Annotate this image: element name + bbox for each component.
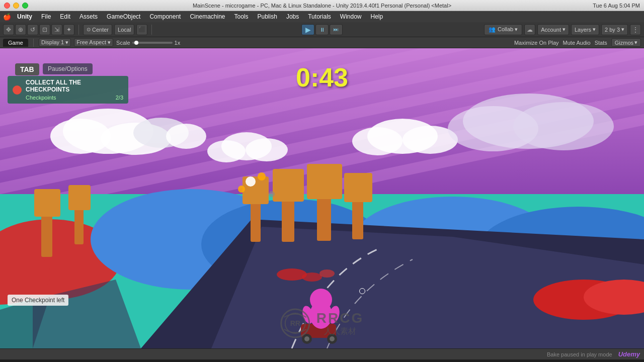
aspect-selector[interactable]: Free Aspect ▾ bbox=[74, 38, 113, 47]
play-button[interactable]: ▶ bbox=[301, 24, 314, 35]
svg-point-39 bbox=[207, 140, 246, 162]
game-viewport: 0:43 TAB Pause/Options COLLECT ALL THE C… bbox=[0, 48, 644, 348]
maximize-button[interactable] bbox=[22, 3, 28, 9]
menu-cinemachine[interactable]: Cinemachine bbox=[186, 12, 229, 21]
status-bar: Bake paused in play mode Udemy bbox=[0, 348, 644, 359]
unity-toolbar: ✥ ⊕ ↺ ⊡ ⇲ ✦ ⊙ Center Local ⬛ ▶ ⏸ ⏭ 👥 Col… bbox=[0, 22, 644, 37]
toolbar-right: 👥 Collab ▾ ☁ Account ▾ Layers ▾ 2 by 3 ▾… bbox=[484, 24, 641, 35]
svg-rect-28 bbox=[273, 169, 304, 202]
svg-text:RR: RR bbox=[290, 319, 300, 327]
menu-tools[interactable]: Tools bbox=[230, 12, 253, 21]
pivot-button[interactable]: ⊙ Center bbox=[83, 24, 112, 35]
menu-file[interactable]: File bbox=[37, 12, 55, 21]
account-chevron: ▾ bbox=[562, 26, 566, 33]
svg-point-50 bbox=[269, 191, 275, 197]
window-title: MainScene - miccrogame - PC, Mac & Linux… bbox=[193, 3, 451, 9]
menu-bar: 🍎 Unity File Edit Assets GameObject Comp… bbox=[0, 11, 644, 22]
menu-component[interactable]: Component bbox=[145, 12, 185, 21]
collab-button[interactable]: 👥 Collab ▾ bbox=[484, 24, 522, 35]
checkpoints-label: Checkpoints bbox=[26, 95, 56, 101]
game-toolbar-right: Maximize On Play Mute Audio Stats Gizmos… bbox=[514, 38, 641, 47]
more-button[interactable]: ⋮ bbox=[630, 24, 641, 35]
step-icon: ⏭ bbox=[334, 27, 339, 32]
maximize-on-play[interactable]: Maximize On Play bbox=[514, 40, 559, 46]
udemy-logo: Udemy bbox=[618, 350, 640, 358]
svg-point-47 bbox=[246, 176, 256, 187]
pause-options-button[interactable]: Pause/Options bbox=[43, 63, 93, 74]
transform-tools: ✥ ⊕ ↺ ⊡ ⇲ ✦ bbox=[3, 24, 74, 35]
svg-rect-32 bbox=[344, 173, 372, 202]
pause-button[interactable]: ⏸ bbox=[315, 24, 329, 35]
pivot-icon: ⊙ bbox=[87, 27, 91, 32]
svg-point-63 bbox=[302, 273, 322, 282]
objective-title: COLLECT ALL THE CHECKPOINTS bbox=[26, 79, 123, 93]
svg-rect-22 bbox=[34, 189, 60, 217]
scale-tool[interactable]: ⊡ bbox=[39, 24, 50, 35]
svg-point-62 bbox=[277, 268, 307, 281]
mute-audio[interactable]: Mute Audio bbox=[563, 40, 591, 46]
datetime-label: Tue 6 Aug 5:04 PM bbox=[593, 3, 640, 9]
step-button[interactable]: ⏭ bbox=[330, 24, 343, 35]
svg-point-49 bbox=[258, 172, 266, 180]
menu-unity[interactable]: Unity bbox=[13, 12, 36, 21]
separator-2 bbox=[151, 25, 152, 35]
svg-point-48 bbox=[238, 186, 245, 193]
transform-tool[interactable]: ✦ bbox=[63, 24, 74, 35]
watermark-logo: RR bbox=[280, 308, 310, 338]
svg-rect-30 bbox=[307, 164, 342, 199]
svg-rect-24 bbox=[68, 185, 91, 210]
minimize-button[interactable] bbox=[13, 3, 19, 9]
pause-icon: ⏸ bbox=[319, 27, 325, 33]
layout-button[interactable]: 2 by 3 ▾ bbox=[601, 24, 628, 35]
title-bar: MainScene - miccrogame - PC, Mac & Linux… bbox=[0, 0, 644, 11]
watermark-brand: RRCG bbox=[316, 310, 364, 326]
tab-button[interactable]: TAB bbox=[15, 63, 39, 75]
watermark-chinese: 人人素材 bbox=[324, 326, 356, 337]
svg-point-40 bbox=[246, 138, 288, 161]
title-bar-right: Tue 6 Aug 5:04 PM bbox=[593, 3, 640, 9]
layers-button[interactable]: Layers ▾ bbox=[571, 24, 599, 35]
checkpoints-progress: Checkpoints 2/3 bbox=[26, 95, 123, 101]
traffic-lights[interactable] bbox=[4, 3, 28, 9]
rotate-tool[interactable]: ↺ bbox=[27, 24, 38, 35]
menu-gameobject[interactable]: GameObject bbox=[103, 12, 144, 21]
layers-chevron: ▾ bbox=[593, 26, 596, 33]
game-timer: 0:43 bbox=[296, 62, 348, 93]
display-selector[interactable]: Display 1 ▾ bbox=[39, 38, 71, 47]
separator-3 bbox=[33, 39, 34, 47]
play-icon: ▶ bbox=[305, 26, 311, 34]
scale-slider[interactable] bbox=[132, 42, 173, 44]
menu-tutorials[interactable]: Tutorials bbox=[304, 12, 335, 21]
extra-tool[interactable]: ⬛ bbox=[136, 24, 147, 35]
collab-icon: 👥 bbox=[489, 26, 496, 33]
space-button[interactable]: Local bbox=[114, 24, 134, 35]
menu-publish[interactable]: Publish bbox=[254, 12, 281, 21]
game-tab[interactable]: Game bbox=[3, 39, 28, 47]
svg-point-42 bbox=[352, 127, 403, 155]
cloud-button[interactable]: ☁ bbox=[524, 24, 535, 35]
objective-icon bbox=[13, 85, 22, 95]
play-controls: ▶ ⏸ ⏭ bbox=[301, 24, 343, 35]
bake-status: Bake paused in play mode bbox=[547, 351, 612, 357]
svg-point-57 bbox=[310, 289, 332, 311]
menu-window[interactable]: Window bbox=[336, 12, 366, 21]
svg-point-37 bbox=[166, 124, 206, 149]
gizmos-chevron-icon: ▾ bbox=[634, 39, 637, 46]
menu-assets[interactable]: Assets bbox=[75, 12, 102, 21]
menu-jobs[interactable]: Jobs bbox=[282, 12, 303, 21]
hand-tool[interactable]: ✥ bbox=[3, 24, 14, 35]
watermark: RR RRCG 人人素材 bbox=[280, 308, 364, 338]
svg-point-46 bbox=[513, 102, 614, 150]
close-button[interactable] bbox=[4, 3, 10, 9]
move-tool[interactable]: ⊕ bbox=[15, 24, 26, 35]
checkpoint-notification: One Checkpoint left bbox=[8, 295, 68, 306]
menu-help[interactable]: Help bbox=[367, 12, 387, 21]
menu-edit[interactable]: Edit bbox=[56, 12, 74, 21]
scale-thumb bbox=[134, 41, 138, 45]
stats-button[interactable]: Stats bbox=[595, 40, 607, 46]
rect-tool[interactable]: ⇲ bbox=[51, 24, 62, 35]
account-button[interactable]: Account ▾ bbox=[537, 24, 569, 35]
gizmos-button[interactable]: Gizmos ▾ bbox=[611, 38, 641, 47]
apple-menu[interactable]: 🍎 bbox=[2, 11, 12, 22]
separator-1 bbox=[78, 25, 79, 35]
